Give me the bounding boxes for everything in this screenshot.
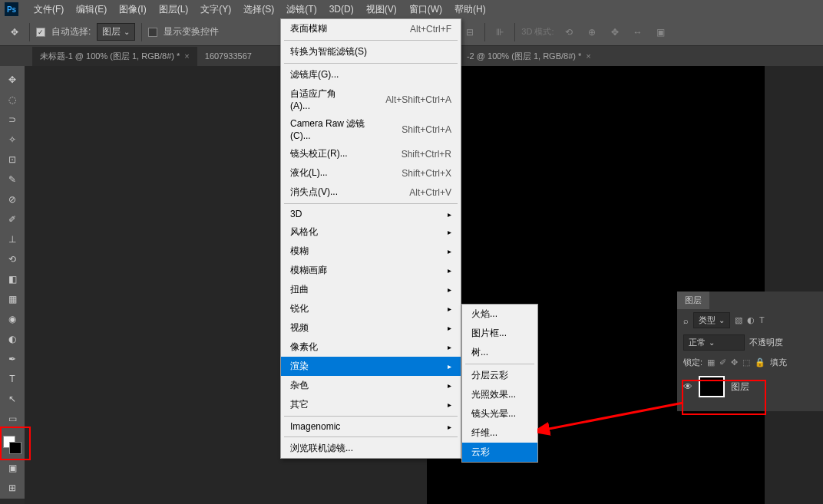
- menu-view[interactable]: 视图(V): [360, 0, 403, 19]
- render-fibers[interactable]: 纤维...: [462, 423, 537, 443]
- fill-label: 填充: [770, 357, 787, 368]
- lock-pixels-icon[interactable]: ✐: [719, 357, 726, 367]
- render-picture-frame[interactable]: 图片框...: [462, 324, 537, 343]
- filter-imagenomic[interactable]: Imagenomic: [281, 418, 461, 435]
- type-tool[interactable]: T: [2, 370, 23, 388]
- tools-panel: ✥ ◌ ⊃ ✧ ⊡ ✎ ⊘ ✐ ⊥ ⟲ ◧ ▦ ◉ ◐ ✒ T ↖ ▭ ▣ ⊞: [0, 66, 25, 499]
- healing-tool[interactable]: ⊘: [2, 190, 23, 209]
- quickmask-tool[interactable]: ▣: [2, 459, 23, 477]
- dodge-tool[interactable]: ◐: [2, 330, 23, 348]
- gradient-tool[interactable]: ▦: [2, 290, 23, 308]
- filter-pixelate[interactable]: 像素化: [281, 338, 461, 357]
- 3d-pan-icon[interactable]: ✥: [607, 24, 623, 41]
- menu-help[interactable]: 帮助(H): [448, 0, 492, 19]
- filter-lens[interactable]: 镜头校正(R)...Shift+Ctrl+R: [281, 144, 461, 163]
- filter-gallery[interactable]: 滤镜库(G)...: [281, 65, 461, 84]
- blur-tool[interactable]: ◉: [2, 310, 23, 328]
- render-diff-clouds[interactable]: 分层云彩: [462, 366, 537, 385]
- layer-row[interactable]: [677, 402, 823, 411]
- marquee-tool[interactable]: ◌: [2, 91, 23, 109]
- align-icon[interactable]: ⊟: [461, 24, 478, 41]
- layers-tab[interactable]: 图层: [677, 292, 709, 309]
- menu-filter[interactable]: 滤镜(T): [280, 0, 322, 19]
- render-tree[interactable]: 树...: [462, 343, 537, 362]
- filter-last[interactable]: 表面模糊Alt+Ctrl+F: [281, 19, 461, 38]
- blend-mode-dropdown[interactable]: 正常: [683, 334, 745, 351]
- menu-3d[interactable]: 3D(D): [323, 1, 360, 18]
- crop-tool[interactable]: ⊡: [2, 150, 23, 169]
- tab-label: 未标题-1 @ 100% (图层 1, RGB/8#) *: [40, 51, 180, 62]
- layer-name[interactable]: 图层: [731, 380, 749, 394]
- lock-position-icon[interactable]: ✥: [731, 357, 738, 367]
- lock-all-icon[interactable]: 🔒: [755, 357, 765, 367]
- filter-video[interactable]: 视频: [281, 318, 461, 338]
- filter-browse[interactable]: 浏览联机滤镜...: [281, 439, 461, 458]
- background-swatch[interactable]: [9, 442, 21, 454]
- filter-type-dropdown[interactable]: 类型: [693, 312, 730, 328]
- lock-artboard-icon[interactable]: ⬚: [742, 357, 750, 367]
- mode3d-label: 3D 模式:: [521, 26, 554, 38]
- screenmode-tool[interactable]: ⊞: [2, 479, 23, 497]
- auto-select-dropdown[interactable]: 图层: [97, 23, 135, 41]
- eyedropper-tool[interactable]: ✎: [2, 170, 23, 189]
- filter-liquify[interactable]: 液化(L)...Shift+Ctrl+X: [281, 163, 461, 183]
- menu-layer[interactable]: 图层(L): [153, 0, 195, 19]
- render-lighting[interactable]: 光照效果...: [462, 385, 537, 404]
- color-swatches[interactable]: [2, 434, 23, 459]
- visibility-icon[interactable]: 👁: [683, 381, 692, 392]
- divider: [29, 23, 30, 41]
- filter-vanish[interactable]: 消失点(V)...Alt+Ctrl+V: [281, 183, 461, 202]
- brush-tool[interactable]: ✐: [2, 210, 23, 229]
- menu-separator: [465, 364, 534, 364]
- show-transform-checkbox[interactable]: [148, 28, 157, 37]
- filter-image-icon[interactable]: ▧: [735, 315, 742, 325]
- filter-camera-raw[interactable]: Camera Raw 滤镜(C)...Shift+Ctrl+A: [281, 114, 461, 144]
- menu-separator: [284, 203, 458, 204]
- doc-tab-1[interactable]: 未标题-1 @ 100% (图层 1, RGB/8#) * ×: [32, 47, 197, 66]
- close-icon[interactable]: ×: [184, 51, 189, 61]
- eraser-tool[interactable]: ◧: [2, 270, 23, 288]
- history-brush-tool[interactable]: ⟲: [2, 250, 23, 268]
- distribute-icon[interactable]: ⊪: [491, 24, 508, 41]
- filter-type-icon[interactable]: T: [759, 315, 765, 325]
- 3d-camera-icon[interactable]: ▣: [653, 24, 669, 41]
- stamp-tool[interactable]: ⊥: [2, 230, 23, 249]
- filter-smart[interactable]: 转换为智能滤镜(S): [281, 42, 461, 61]
- path-tool[interactable]: ↖: [2, 390, 23, 408]
- close-icon[interactable]: ×: [586, 51, 590, 61]
- pen-tool[interactable]: ✒: [2, 350, 23, 368]
- render-flame[interactable]: 火焰...: [462, 305, 537, 324]
- filter-3d[interactable]: 3D: [281, 206, 461, 222]
- 3d-orbit-icon[interactable]: ⟲: [560, 24, 577, 41]
- auto-select-checkbox[interactable]: ✓: [36, 28, 45, 37]
- 3d-roll-icon[interactable]: ⊕: [583, 24, 600, 41]
- layer-thumbnail[interactable]: [699, 376, 725, 397]
- lock-transparent-icon[interactable]: ▦: [707, 357, 715, 367]
- doc-tab-3[interactable]: -2 @ 100% (图层 1, RGB/8#) * ×: [459, 47, 599, 66]
- filter-blur[interactable]: 模糊: [281, 242, 461, 261]
- menu-image[interactable]: 图像(I): [113, 0, 152, 19]
- doc-tab-2[interactable]: 1607933567: [197, 48, 259, 64]
- 3d-slide-icon[interactable]: ↔: [630, 24, 646, 41]
- filter-noise[interactable]: 杂色: [281, 376, 461, 395]
- render-lens-flare[interactable]: 镜头光晕...: [462, 404, 537, 423]
- filter-blur-gallery[interactable]: 模糊画廊: [281, 261, 461, 280]
- shape-tool[interactable]: ▭: [2, 410, 23, 428]
- filter-adjust-icon[interactable]: ◐: [747, 315, 755, 325]
- layer-row[interactable]: 👁 图层: [677, 371, 823, 402]
- filter-render[interactable]: 渲染: [281, 357, 461, 376]
- filter-other[interactable]: 其它: [281, 395, 461, 414]
- menu-edit[interactable]: 编辑(E): [70, 0, 113, 19]
- menu-file[interactable]: 文件(F): [28, 0, 70, 19]
- filter-sharpen[interactable]: 锐化: [281, 299, 461, 318]
- filter-adaptive[interactable]: 自适应广角(A)...Alt+Shift+Ctrl+A: [281, 84, 461, 114]
- magic-wand-tool[interactable]: ✧: [2, 130, 23, 149]
- menu-type[interactable]: 文字(Y): [194, 0, 237, 19]
- render-clouds[interactable]: 云彩: [462, 443, 537, 462]
- menu-window[interactable]: 窗口(W): [403, 0, 448, 19]
- lasso-tool[interactable]: ⊃: [2, 110, 23, 129]
- filter-stylize[interactable]: 风格化: [281, 222, 461, 242]
- menu-select[interactable]: 选择(S): [237, 0, 280, 19]
- filter-distort[interactable]: 扭曲: [281, 280, 461, 299]
- move-tool[interactable]: ✥: [2, 71, 23, 89]
